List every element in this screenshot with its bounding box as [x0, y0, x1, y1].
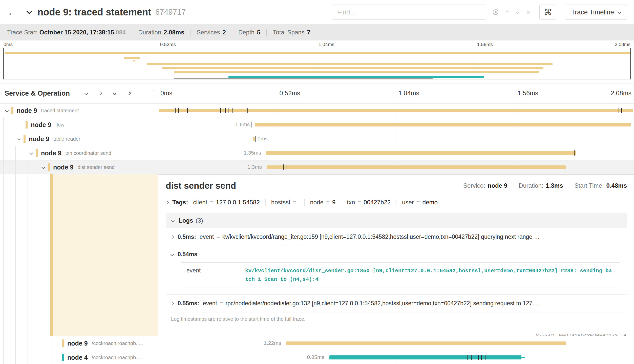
span-bar-region[interactable]: 1.6ms	[158, 118, 634, 132]
service-operation-title: Service & Operation	[5, 90, 70, 97]
minimap-tick: 0ms	[4, 42, 13, 47]
span-rows: node 9 traced statement no	[0, 103, 634, 364]
next-match-icon[interactable]	[516, 10, 519, 14]
span-color-bar	[62, 354, 64, 361]
minimap-span	[162, 67, 543, 69]
page-title: node 9: traced statement	[37, 7, 151, 18]
copy-link-icon[interactable]	[621, 333, 627, 336]
span-duration-label: 1.3ms	[247, 164, 264, 170]
trace-timeline-view-button[interactable]: Trace Timeline	[565, 5, 627, 20]
panel-resize-handle[interactable]	[153, 90, 154, 97]
logs-header[interactable]: Logs (3)	[166, 213, 627, 228]
operation-name: txn coordinator send	[66, 150, 111, 156]
tree-item-flow[interactable]: node 9 flow	[26, 118, 64, 132]
log-entry-collapsed[interactable]: 0.55ms: event = rpc/nodedialer/nodediale…	[166, 295, 627, 312]
span-duration-label: 1.22ms	[264, 340, 284, 346]
chevron-down-icon[interactable]	[29, 151, 33, 155]
span-bar[interactable]	[255, 123, 631, 126]
trace-summary-bar: Trace Start October 15 2020, 17:38:15.08…	[0, 24, 634, 40]
detail-start-time: Start Time:0.48ms	[569, 182, 627, 189]
log-entry-toggle[interactable]: 0.54ms	[171, 251, 622, 258]
service-name: node 9	[17, 107, 37, 114]
chevron-right-icon[interactable]	[165, 201, 169, 204]
chevron-down-icon[interactable]	[5, 109, 9, 112]
top-bar: ← node 9: traced statement 6749717 × ⌘ T…	[0, 0, 634, 24]
detail-service: Service:node 9	[463, 182, 507, 189]
chevron-down-icon[interactable]	[41, 165, 45, 169]
tag-user: user=demo	[396, 199, 438, 206]
tags-label: Tags:	[172, 199, 188, 206]
expand-one-icon[interactable]	[99, 92, 102, 95]
minimap-scrubber[interactable]	[174, 78, 433, 79]
span-bar[interactable]	[286, 341, 566, 345]
span-bar-region[interactable]: 1.35ms	[158, 146, 634, 160]
span-bar[interactable]	[267, 165, 566, 169]
span-color-bar	[62, 339, 64, 347]
span-bar[interactable]	[329, 355, 521, 359]
log-field-value: kv/kvclient/kvcoord/dist_sender.go:1850 …	[239, 263, 620, 288]
minimap-tick: 2.08ms	[615, 42, 630, 47]
log-value: rpc/nodedialer/nodedialer.go:132 [n9,cli…	[225, 300, 622, 307]
span-row-roachpb-n9: node 9 /cockroach.roachpb.I… 1.22ms	[0, 336, 634, 350]
trace-minimap[interactable]	[3, 48, 631, 79]
span-row-txn-coordinator-send: node 9 txn coordinator send 1.35ms	[0, 146, 634, 160]
span-detail-panel: dist sender send Service:node 9 Duration…	[158, 174, 634, 336]
span-color-bar	[48, 163, 50, 171]
collapse-all-icon[interactable]	[113, 92, 116, 95]
tree-item-roachpb-n9[interactable]: node 9 /cockroach.roachpb.I…	[62, 336, 144, 350]
timeline-tick: 1.56ms	[518, 90, 538, 97]
tree-controls	[85, 92, 131, 95]
expand-all-icon[interactable]	[128, 92, 131, 95]
span-color-bar	[11, 107, 13, 114]
span-detail-row: dist sender send Service:node 9 Duration…	[0, 174, 634, 336]
tree-item-dist-sender-send[interactable]: node 9 dist sender send	[42, 160, 115, 174]
span-bar[interactable]	[266, 151, 576, 155]
span-bar-region[interactable]: 0.85ms	[158, 350, 634, 364]
collapse-one-icon[interactable]	[84, 92, 88, 95]
trace-depth: Depth 5	[232, 29, 260, 36]
span-bar-region[interactable]: 1.22ms	[158, 336, 634, 350]
span-bar[interactable]	[253, 137, 255, 141]
selected-span-stripe	[50, 174, 53, 336]
span-color-bar	[36, 149, 38, 157]
span-bar-region[interactable]: 0ms	[158, 132, 634, 146]
operation-name: /cockroach.roachpb.I…	[92, 340, 144, 346]
collapse-trace-chevron-icon[interactable]	[27, 9, 32, 14]
tags-section[interactable]: Tags: client=127.0.0.1:54582 hostssl= no…	[166, 199, 627, 206]
find-input[interactable]	[332, 5, 486, 20]
chevron-down-icon	[171, 219, 175, 222]
service-name: node 9	[41, 149, 61, 157]
tree-item-txn-coordinator-send[interactable]: node 9 txn coordinator send	[30, 146, 111, 160]
minimap-span	[124, 57, 140, 59]
span-bar-region[interactable]: 1.3ms	[158, 160, 634, 174]
minimap-span	[5, 52, 631, 54]
trace-services: Services 2	[191, 29, 226, 36]
keyboard-shortcuts-button[interactable]: ⌘	[539, 5, 556, 20]
trace-viewer-app: ← node 9: traced statement 6749717 × ⌘ T…	[0, 0, 634, 364]
log-field-key: event	[181, 263, 239, 288]
log-entry-collapsed[interactable]: 0.5ms: event = kv/kvclient/kvcoord/range…	[166, 228, 627, 246]
span-duration-label: 1.35ms	[244, 150, 264, 156]
span-bar[interactable]	[159, 109, 633, 112]
operation-name: flow	[55, 122, 65, 128]
span-bar-region[interactable]	[158, 103, 634, 118]
service-name: node 9	[67, 340, 88, 347]
back-button[interactable]: ←	[7, 7, 17, 18]
span-detail-meta: Service:node 9 Duration:1.3ms Start Time…	[463, 182, 627, 189]
logs-label: Logs	[179, 217, 193, 224]
tag-node: node=9	[304, 199, 336, 206]
span-duration-label: 1.6ms	[235, 121, 252, 127]
logs-section: Logs (3) 0.5ms: event = kv/kvclient/kvco…	[166, 213, 627, 326]
focus-match-icon[interactable]	[493, 9, 498, 15]
prev-match-icon[interactable]	[505, 10, 509, 14]
tree-item-table-reader[interactable]: node 9 table reader	[18, 132, 80, 146]
trace-start: Trace Start October 15 2020, 17:38:15.08…	[7, 29, 126, 36]
service-name: node 9	[31, 121, 51, 129]
clear-find-icon[interactable]: ×	[526, 8, 531, 16]
chevron-down-icon[interactable]	[17, 137, 21, 141]
tag-client: client=127.0.0.1:54582	[193, 199, 260, 206]
tree-item-traced-statement[interactable]: node 9 traced statement	[6, 103, 79, 118]
span-color-bar	[24, 135, 26, 143]
span-row-flow: node 9 flow 1.6ms	[0, 118, 634, 132]
tree-item-roachpb-n4[interactable]: node 4 /cockroach.roachpb.I…	[62, 350, 144, 364]
